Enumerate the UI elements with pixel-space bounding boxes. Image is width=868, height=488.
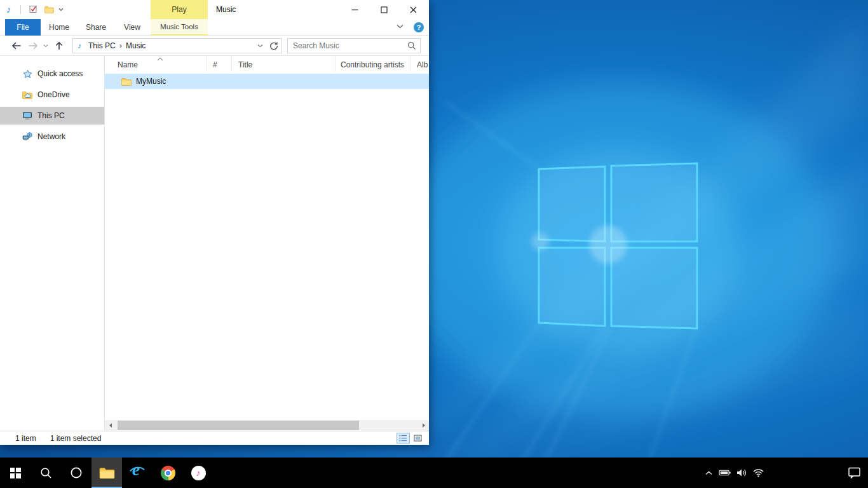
contextual-tab-play-label: Play xyxy=(172,5,186,14)
navigation-toolbar: ♪ This PC › Music xyxy=(0,36,429,56)
sidebar-item-label: OneDrive xyxy=(37,90,70,99)
sidebar-item-network[interactable]: Network xyxy=(0,128,104,146)
contextual-tab-play[interactable]: Play xyxy=(151,0,208,19)
titlebar[interactable]: ♪ Play Music xyxy=(0,0,429,19)
minimize-button[interactable] xyxy=(340,0,369,19)
maximize-button[interactable] xyxy=(369,0,398,19)
location-music-icon: ♪ xyxy=(78,41,81,50)
file-list-pane: Name # Title Contributing artists Alb My… xyxy=(105,56,429,431)
sidebar-item-onedrive[interactable]: OneDrive xyxy=(0,86,104,104)
forward-button[interactable] xyxy=(25,37,41,55)
tab-home[interactable]: Home xyxy=(44,19,74,36)
column-header-title[interactable]: Title xyxy=(232,56,336,72)
taskbar-file-explorer-button[interactable] xyxy=(92,458,122,488)
app-music-note-icon: ♪ xyxy=(6,4,11,15)
search-icon xyxy=(40,467,52,479)
sidebar-item-label: This PC xyxy=(37,111,65,120)
recent-locations-chevron-icon[interactable] xyxy=(41,37,51,55)
battery-icon[interactable] xyxy=(717,458,733,488)
sort-ascending-icon xyxy=(157,57,163,61)
window-controls xyxy=(340,0,428,19)
breadcrumb-this-pc[interactable]: This PC xyxy=(85,39,119,53)
qat-separator xyxy=(20,5,21,14)
cortana-circle-icon xyxy=(70,466,83,479)
column-header-contributing-artists[interactable]: Contributing artists xyxy=(336,56,410,72)
taskbar-empty-space xyxy=(214,458,700,488)
tab-view[interactable]: View xyxy=(118,19,146,36)
start-button[interactable] xyxy=(0,458,31,488)
tab-file[interactable]: File xyxy=(5,19,41,36)
tab-music-tools[interactable]: Music Tools xyxy=(151,19,208,36)
selection-count: 1 item selected xyxy=(50,434,102,443)
address-dropdown-chevron-icon[interactable] xyxy=(254,44,266,48)
volume-icon[interactable] xyxy=(733,458,750,488)
taskbar: e ♪ xyxy=(0,458,868,488)
itunes-button[interactable]: ♪ xyxy=(183,458,214,488)
navigation-pane: Quick access OneDrive This PC Network xyxy=(0,56,105,431)
windows-logo-icon xyxy=(10,468,21,478)
itunes-icon: ♪ xyxy=(191,466,206,480)
column-header-number[interactable]: # xyxy=(207,56,232,72)
horizontal-scrollbar[interactable] xyxy=(105,420,429,431)
file-rows[interactable]: MyMusic xyxy=(105,72,429,420)
scrollbar-track[interactable] xyxy=(116,420,418,431)
address-bar[interactable]: ♪ This PC › Music xyxy=(72,38,282,53)
sidebar-item-label: Quick access xyxy=(37,69,83,78)
ribbon-tab-row: File Home Share View Music Tools ? xyxy=(0,19,429,36)
search-box xyxy=(287,38,421,53)
wifi-network-icon[interactable] xyxy=(750,458,766,488)
window-title: Music xyxy=(216,0,236,19)
file-row-mymusic[interactable]: MyMusic xyxy=(105,74,429,89)
details-view-button[interactable] xyxy=(397,433,410,444)
show-hidden-icons-chevron-icon[interactable] xyxy=(700,458,717,488)
onedrive-icon xyxy=(22,91,33,99)
tab-share[interactable]: Share xyxy=(81,19,111,36)
file-name: MyMusic xyxy=(136,77,166,86)
breadcrumb-music[interactable]: Music xyxy=(123,39,149,53)
view-toggle-buttons xyxy=(395,433,424,444)
action-center-icon xyxy=(848,467,860,478)
search-input[interactable] xyxy=(288,41,403,50)
taskbar-search-button[interactable] xyxy=(31,458,61,488)
chrome-icon xyxy=(161,466,175,480)
file-explorer-window: ♪ Play Music xyxy=(0,0,429,445)
action-center-button[interactable] xyxy=(840,458,868,488)
close-button[interactable] xyxy=(398,0,428,19)
column-header-name[interactable]: Name xyxy=(105,56,207,72)
qat-customize-chevron-icon[interactable] xyxy=(58,8,64,11)
sidebar-item-this-pc[interactable]: This PC xyxy=(0,107,104,125)
qat-properties-icon[interactable] xyxy=(29,5,37,13)
file-explorer-icon xyxy=(99,466,115,479)
qat-new-folder-icon[interactable] xyxy=(44,6,54,13)
sidebar-item-quick-access[interactable]: Quick access xyxy=(0,65,104,83)
large-icons-view-button[interactable] xyxy=(411,433,424,444)
sidebar-item-label: Network xyxy=(37,132,65,141)
column-header-album[interactable]: Alb xyxy=(410,56,429,72)
cortana-button[interactable] xyxy=(61,458,92,488)
scroll-right-arrow-icon[interactable] xyxy=(418,420,429,431)
system-tray xyxy=(700,458,868,488)
chrome-button[interactable] xyxy=(153,458,183,488)
expand-ribbon-chevron-icon[interactable] xyxy=(397,24,403,29)
this-pc-monitor-icon xyxy=(22,111,33,120)
help-button[interactable]: ? xyxy=(414,22,424,32)
scrollbar-thumb[interactable] xyxy=(118,421,359,430)
status-bar: 1 item 1 item selected xyxy=(0,431,429,445)
back-button[interactable] xyxy=(6,37,25,55)
internet-explorer-button[interactable]: e xyxy=(122,458,153,488)
internet-explorer-icon: e xyxy=(129,464,146,481)
column-headers: Name # Title Contributing artists Alb xyxy=(105,56,429,72)
search-icon[interactable] xyxy=(403,41,420,50)
items-count: 1 item xyxy=(15,434,36,443)
refresh-button[interactable] xyxy=(266,41,281,50)
network-icon xyxy=(22,132,33,141)
explorer-main: Quick access OneDrive This PC Network xyxy=(0,56,429,431)
scroll-left-arrow-icon[interactable] xyxy=(105,420,116,431)
up-button[interactable] xyxy=(51,37,67,55)
quick-access-star-icon xyxy=(22,69,33,79)
folder-icon xyxy=(121,78,132,86)
